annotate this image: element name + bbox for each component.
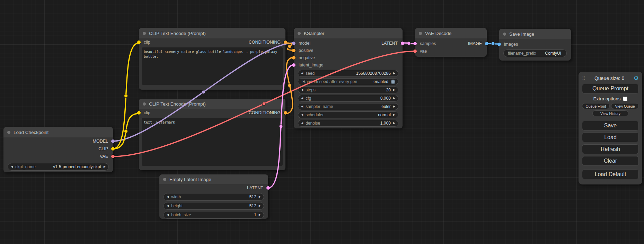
increment-arrow-icon[interactable]: ▶ — [393, 122, 395, 125]
collapse-dot[interactable] — [143, 32, 146, 35]
node-clip-text-encode-negative: CLIP Text Encode (Prompt) clip CONDITION… — [139, 99, 285, 170]
output-slot-latent[interactable] — [266, 186, 270, 190]
increment-arrow-icon[interactable]: ▶ — [259, 205, 261, 207]
input-slot-model[interactable] — [292, 42, 295, 45]
decrement-arrow-icon[interactable]: ◀ — [301, 114, 303, 116]
input-slot-positive[interactable] — [292, 49, 295, 52]
decrement-arrow-icon[interactable]: ◀ — [301, 72, 303, 75]
widget-batch-size[interactable]: ◀ batch_size 1 ▶ — [164, 211, 264, 219]
slot-row: images — [499, 40, 571, 48]
queue-menu-panel: ⠿ Queue size: 0 ⚙ Queue Prompt Extra opt… — [579, 72, 642, 184]
node-vae-decode: VAE Decode samples IMAGE vae — [415, 28, 487, 57]
collapse-dot[interactable] — [7, 131, 10, 134]
node-load-checkpoint: Load Checkpoint MODEL CLIP VAE ◀ ckpt_na… — [3, 127, 113, 172]
slot-row: samples IMAGE — [415, 40, 487, 47]
node-title: Save Image — [509, 31, 534, 37]
settings-gear-icon[interactable]: ⚙ — [634, 75, 639, 81]
node-title-bar[interactable]: KSampler — [294, 28, 403, 38]
increment-arrow-icon[interactable]: ▶ — [393, 72, 395, 75]
output-slot-model[interactable] — [111, 139, 115, 143]
widget-label: cfg — [306, 96, 311, 101]
output-slot-clip[interactable] — [111, 147, 115, 151]
increment-arrow-icon[interactable]: ▶ — [104, 165, 106, 168]
decrement-arrow-icon[interactable]: ◀ — [11, 165, 13, 168]
collapse-dot[interactable] — [163, 178, 166, 181]
widget-random-seed-toggle[interactable]: Random seed after every gen enabled — [298, 78, 398, 85]
widget-seed[interactable]: ◀ seed 156680208700286 ▶ — [298, 70, 398, 77]
widget-filename-prefix[interactable]: filename_prefix ComfyUI — [503, 49, 567, 57]
load-button[interactable]: Load — [582, 133, 639, 142]
queue-buttons-row: Queue Front View Queue — [582, 103, 639, 109]
node-title-bar[interactable]: Empty Latent Image — [159, 174, 268, 184]
widget-steps[interactable]: ◀ steps 20 ▶ — [298, 87, 398, 93]
collapse-dot[interactable] — [419, 32, 422, 35]
view-queue-button[interactable]: View Queue — [611, 103, 639, 109]
node-title-bar[interactable]: CLIP Text Encode (Prompt) — [139, 99, 285, 109]
clear-button[interactable]: Clear — [582, 156, 639, 166]
output-slot-image[interactable] — [485, 42, 488, 45]
save-button[interactable]: Save — [582, 121, 639, 130]
output-slot-vae[interactable] — [111, 155, 115, 158]
extra-options-checkbox[interactable] — [623, 97, 627, 101]
node-title-bar[interactable]: Load Checkpoint — [3, 127, 113, 137]
increment-arrow-icon[interactable]: ▶ — [393, 105, 395, 108]
widget-value: euler — [381, 104, 391, 109]
increment-arrow-icon[interactable]: ▶ — [259, 196, 261, 198]
output-slot-conditioning[interactable] — [284, 40, 287, 44]
input-label: clip — [144, 110, 150, 115]
input-slot-negative[interactable] — [292, 56, 295, 60]
output-row-latent: LATENT — [159, 184, 268, 192]
decrement-arrow-icon[interactable]: ◀ — [167, 205, 169, 207]
input-slot-clip[interactable] — [137, 111, 141, 115]
output-slot-latent[interactable] — [401, 42, 404, 45]
decrement-arrow-icon[interactable]: ◀ — [301, 89, 303, 91]
prompt-textarea[interactable]: beautiful scenery nature glass bottle la… — [142, 47, 283, 85]
widget-scheduler[interactable]: ◀ scheduler normal ▶ — [298, 111, 398, 118]
node-title: CLIP Text Encode (Prompt) — [149, 31, 206, 36]
increment-arrow-icon[interactable]: ▶ — [393, 89, 395, 91]
collapse-dot[interactable] — [298, 32, 301, 35]
toggle-knob[interactable] — [391, 80, 395, 84]
graph-canvas[interactable]: Load Checkpoint MODEL CLIP VAE ◀ ckpt_na… — [0, 0, 644, 244]
input-label: model — [299, 41, 310, 46]
node-title-bar[interactable]: CLIP Text Encode (Prompt) — [139, 28, 285, 38]
decrement-arrow-icon[interactable]: ◀ — [167, 196, 169, 198]
refresh-button[interactable]: Refresh — [582, 144, 639, 154]
widget-height[interactable]: ◀ height 512 ▶ — [164, 202, 264, 210]
widget-denoise[interactable]: ◀ denoise 1.000 ▶ — [298, 120, 398, 127]
output-label: LATENT — [381, 41, 398, 46]
queue-prompt-button[interactable]: Queue Prompt — [582, 84, 639, 93]
collapse-dot[interactable] — [143, 102, 146, 106]
input-slot-clip[interactable] — [137, 40, 141, 44]
decrement-arrow-icon[interactable]: ◀ — [301, 97, 303, 100]
wire-clip-to-positive — [113, 43, 139, 149]
decrement-arrow-icon[interactable]: ◀ — [167, 214, 169, 216]
input-slot-latent-image[interactable] — [292, 63, 295, 67]
input-slot-samples[interactable] — [413, 42, 417, 45]
input-slot-images[interactable] — [497, 43, 501, 46]
decrement-arrow-icon[interactable]: ◀ — [301, 105, 303, 108]
increment-arrow-icon[interactable]: ▶ — [393, 97, 395, 100]
widget-cfg[interactable]: ◀ cfg 8.000 ▶ — [298, 95, 398, 102]
node-title-bar[interactable]: Save Image — [499, 29, 571, 39]
prompt-textarea[interactable]: text, watermark — [142, 118, 283, 166]
decrement-arrow-icon[interactable]: ◀ — [301, 122, 303, 125]
widget-ckpt-name[interactable]: ◀ ckpt_name v1-5-pruned-emaonly.ckpt ▶ — [8, 163, 109, 171]
wire-dot-model — [202, 90, 205, 94]
widget-value: 1 — [254, 213, 256, 217]
view-history-button[interactable]: View History — [592, 110, 628, 116]
collapse-dot[interactable] — [503, 33, 506, 36]
drag-handle-icon[interactable]: ⠿ — [582, 76, 585, 81]
load-default-button[interactable]: Load Default — [582, 170, 639, 179]
output-slot-conditioning[interactable] — [284, 111, 287, 115]
input-slot-vae[interactable] — [413, 49, 417, 53]
node-title-bar[interactable]: VAE Decode — [415, 28, 487, 38]
wire-dot-cond-1 — [288, 45, 291, 48]
widget-width[interactable]: ◀ width 512 ▶ — [164, 193, 264, 201]
increment-arrow-icon[interactable]: ▶ — [393, 114, 395, 116]
widget-sampler-name[interactable]: ◀ sampler_name euler ▶ — [298, 103, 398, 110]
slot-row: positive — [294, 47, 403, 54]
queue-front-button[interactable]: Queue Front — [582, 103, 610, 109]
increment-arrow-icon[interactable]: ▶ — [259, 214, 261, 216]
wire-dot-clip-2 — [124, 129, 128, 133]
